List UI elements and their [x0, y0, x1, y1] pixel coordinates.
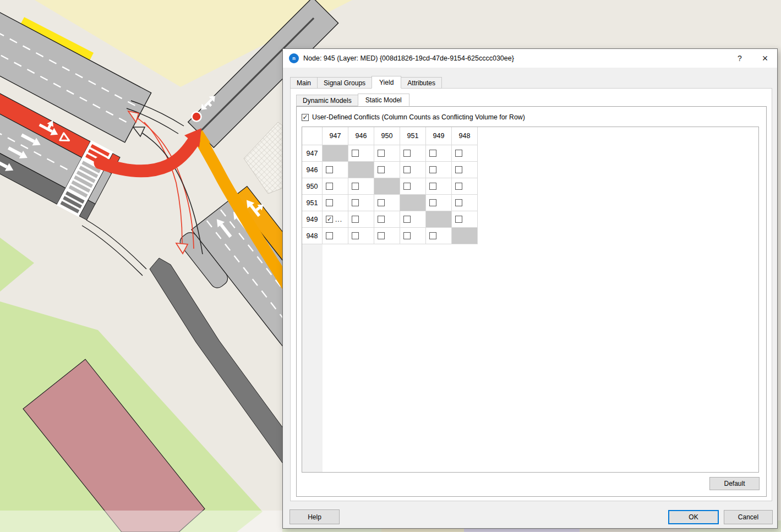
conflict-checkbox[interactable]	[352, 183, 359, 190]
user-defined-conflicts-label: User-Defined Conflicts (Column Counts as…	[312, 113, 525, 121]
conflict-checkbox[interactable]	[326, 183, 333, 190]
yield-subtabbar: Dynamic Models Static Model	[296, 94, 409, 106]
conflict-cell-suffix: ...	[335, 216, 342, 223]
conflict-cell-949-948[interactable]	[452, 211, 478, 228]
conflict-cell-950-947[interactable]	[323, 178, 348, 195]
conflict-cell-950-948[interactable]	[452, 178, 478, 195]
conflict-cell-951-949[interactable]	[426, 195, 452, 211]
conflict-cell-949-950[interactable]	[374, 211, 400, 228]
conflict-cell-949-951[interactable]	[400, 211, 426, 228]
dialog-title: Node: 945 (Layer: MED) {008d1826-19cd-47…	[303, 54, 514, 62]
matrix-row-header-946: 946	[302, 162, 323, 178]
conflict-checkbox[interactable]	[403, 216, 411, 223]
tab-signal-groups[interactable]: Signal Groups	[317, 77, 372, 89]
conflict-checkbox[interactable]	[378, 166, 385, 173]
matrix-corner-cell	[302, 127, 323, 145]
conflict-cell-946-950[interactable]	[374, 162, 400, 178]
conflict-cell-950-949[interactable]	[426, 178, 452, 195]
matrix-col-header-949: 949	[426, 127, 452, 145]
conflict-cell-947-946[interactable]	[348, 145, 374, 162]
conflict-cell-951-946[interactable]	[348, 195, 374, 211]
conflict-cell-946-947[interactable]	[323, 162, 348, 178]
conflict-checkbox[interactable]	[403, 183, 411, 190]
dialog-titlebar[interactable]: n Node: 945 (Layer: MED) {008d1826-19cd-…	[283, 49, 777, 68]
conflict-checkbox[interactable]	[378, 199, 385, 206]
yield-tab-panel: Dynamic Models Static Model ✓ User-Defin…	[290, 88, 772, 501]
matrix-row-header-949: 949	[302, 211, 323, 228]
conflict-checkbox[interactable]	[455, 166, 462, 173]
conflict-checkbox[interactable]	[352, 150, 359, 157]
user-defined-conflicts-checkbox[interactable]: ✓	[302, 114, 309, 121]
tab-static-model[interactable]: Static Model	[358, 94, 409, 106]
cancel-button[interactable]: Cancel	[724, 510, 773, 524]
default-button[interactable]: Default	[709, 477, 760, 490]
conflict-checkbox[interactable]	[429, 199, 436, 206]
conflict-checkbox[interactable]	[455, 183, 462, 190]
conflict-cell-946-949[interactable]	[426, 162, 452, 178]
conflict-checkbox[interactable]	[352, 199, 359, 206]
node-app-icon: n	[289, 53, 299, 63]
conflict-checkbox[interactable]	[429, 232, 436, 239]
tab-dynamic-models[interactable]: Dynamic Models	[296, 95, 358, 106]
conflict-cell-946-948[interactable]	[452, 162, 478, 178]
conflict-cell-951-947[interactable]	[323, 195, 348, 211]
conflict-checkbox[interactable]	[403, 150, 411, 157]
conflict-cell-951-948[interactable]	[452, 195, 478, 211]
matrix-row-header-947: 947	[302, 145, 323, 162]
tab-yield[interactable]: Yield	[372, 76, 401, 89]
matrix-col-header-947: 947	[323, 127, 348, 145]
tab-attributes[interactable]: Attributes	[401, 77, 442, 89]
conflict-checkbox[interactable]	[378, 150, 385, 157]
conflict-checkbox[interactable]	[326, 166, 333, 173]
matrix-diagonal-cell	[348, 162, 374, 178]
conflict-checkbox[interactable]	[403, 232, 411, 239]
conflict-checkbox[interactable]	[429, 183, 436, 190]
conflict-checkbox[interactable]	[403, 166, 411, 173]
conflict-checkbox[interactable]	[429, 166, 436, 173]
conflict-checkbox[interactable]	[326, 232, 333, 239]
close-icon[interactable]: ×	[753, 49, 777, 68]
conflict-cell-950-951[interactable]	[400, 178, 426, 195]
conflict-cell-948-946[interactable]	[348, 228, 374, 244]
red-signal-dot	[192, 112, 201, 122]
node-dialog: n Node: 945 (Layer: MED) {008d1826-19cd-…	[282, 48, 778, 529]
conflict-checkbox[interactable]	[352, 232, 359, 239]
conflict-matrix[interactable]: 947946950951949948947946950951949✓...948	[302, 127, 759, 473]
conflict-checkbox[interactable]	[429, 150, 436, 157]
matrix-row-header-948: 948	[302, 228, 323, 244]
conflict-cell-947-951[interactable]	[400, 145, 426, 162]
conflict-cell-947-950[interactable]	[374, 145, 400, 162]
matrix-diagonal-cell	[400, 195, 426, 211]
titlebar-help-button[interactable]: ?	[728, 49, 752, 68]
conflict-checkbox[interactable]	[455, 199, 462, 206]
conflict-checkbox[interactable]: ✓	[326, 216, 333, 223]
matrix-diagonal-cell	[426, 211, 452, 228]
conflict-cell-948-950[interactable]	[374, 228, 400, 244]
conflict-checkbox[interactable]	[326, 199, 333, 206]
matrix-diagonal-cell	[374, 178, 400, 195]
conflict-cell-948-949[interactable]	[426, 228, 452, 244]
matrix-diagonal-cell	[452, 228, 478, 244]
conflict-checkbox[interactable]	[352, 216, 359, 223]
conflict-cell-951-950[interactable]	[374, 195, 400, 211]
matrix-col-header-946: 946	[348, 127, 374, 145]
conflict-cell-946-951[interactable]	[400, 162, 426, 178]
conflict-checkbox[interactable]	[378, 216, 385, 223]
conflict-checkbox[interactable]	[455, 150, 462, 157]
help-button[interactable]: Help	[290, 509, 340, 524]
conflict-cell-947-949[interactable]	[426, 145, 452, 162]
conflict-cell-947-948[interactable]	[452, 145, 478, 162]
conflict-cell-950-946[interactable]	[348, 178, 374, 195]
tab-main[interactable]: Main	[290, 77, 318, 89]
conflict-cell-948-947[interactable]	[323, 228, 348, 244]
conflict-cell-949-946[interactable]	[348, 211, 374, 228]
ok-button[interactable]: OK	[668, 510, 719, 524]
conflict-cell-948-951[interactable]	[400, 228, 426, 244]
conflict-checkbox[interactable]	[378, 232, 385, 239]
conflict-checkbox[interactable]	[455, 216, 462, 223]
matrix-row-header-951: 951	[302, 195, 323, 211]
matrix-col-header-948: 948	[452, 127, 478, 145]
user-defined-conflicts-row: ✓ User-Defined Conflicts (Column Counts …	[302, 113, 525, 121]
map-wash-overlay	[0, 511, 282, 532]
conflict-cell-949-947[interactable]: ✓...	[323, 211, 348, 228]
